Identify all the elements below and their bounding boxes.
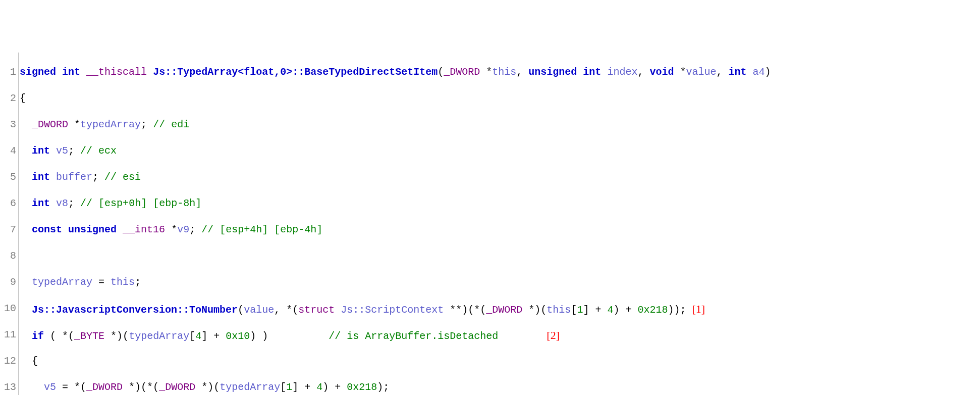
line-number: 12 (4, 355, 16, 368)
code-line[interactable]: v5 = *(_DWORD *)(*(_DWORD *)(typedArray[… (20, 381, 980, 394)
code-line[interactable]: int buffer; // esi (20, 171, 980, 184)
annotation-2: [2] (547, 329, 560, 341)
line-number: 6 (4, 197, 16, 210)
code-line[interactable]: { (20, 355, 980, 368)
line-number: 2 (4, 92, 16, 105)
line-number: 8 (4, 250, 16, 263)
line-number: 11 (4, 328, 16, 341)
code-line[interactable]: int v8; // [esp+0h] [ebp-8h] (20, 197, 980, 210)
code-line[interactable]: signed int __thiscall Js::TypedArray<flo… (20, 66, 980, 79)
line-number: 1 (4, 66, 16, 79)
code-line[interactable]: { (20, 92, 980, 105)
line-number: 5 (4, 171, 16, 184)
code-line[interactable]: _DWORD *typedArray; // edi (20, 118, 980, 131)
code-line[interactable]: const unsigned __int16 *v9; // [esp+4h] … (20, 223, 980, 236)
code-line[interactable]: typedArray = this; (20, 276, 980, 289)
code-line[interactable]: if ( *(_BYTE *)(typedArray[4] + 0x10) ) … (20, 328, 980, 341)
code-area[interactable]: signed int __thiscall Js::TypedArray<flo… (19, 53, 980, 395)
annotation-1: [1] (692, 303, 705, 315)
code-editor: 1 2 3 4 5 6 7 8 9 10 11 12 13 14 15 16 1… (0, 53, 980, 395)
line-number: 9 (4, 276, 16, 289)
code-line[interactable]: int v5; // ecx (20, 144, 980, 158)
line-number: 4 (4, 144, 16, 158)
line-number: 10 (4, 302, 16, 315)
line-number: 7 (4, 223, 16, 236)
line-number: 3 (4, 118, 16, 131)
line-number: 13 (4, 381, 16, 394)
code-line[interactable]: Js::JavascriptConversion::ToNumber(value… (20, 302, 980, 315)
code-line[interactable] (20, 250, 980, 263)
line-number-gutter: 1 2 3 4 5 6 7 8 9 10 11 12 13 14 15 16 1… (0, 53, 19, 395)
